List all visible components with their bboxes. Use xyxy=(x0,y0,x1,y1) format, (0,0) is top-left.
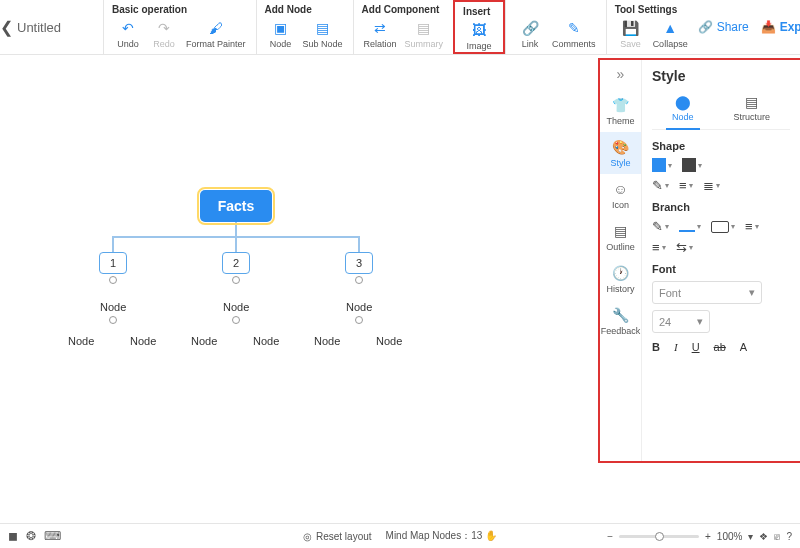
mm-line xyxy=(112,236,114,252)
mm-leaf[interactable]: Node xyxy=(253,335,279,347)
pen-icon: ✎ xyxy=(652,219,663,234)
mm-toggle[interactable] xyxy=(355,316,363,324)
mm-root-node[interactable]: Facts xyxy=(200,190,272,222)
collapse-icon: ▲ xyxy=(661,19,679,37)
share-button[interactable]: 🔗Share xyxy=(698,20,749,34)
bold-button[interactable]: B xyxy=(652,341,660,353)
summary-icon: ▤ xyxy=(415,19,433,37)
line-icon xyxy=(679,230,695,232)
hand-icon[interactable]: ✋ xyxy=(485,530,497,541)
zoom-out-button[interactable]: − xyxy=(607,531,613,542)
panel-tab-icon[interactable]: ☺Icon xyxy=(600,174,641,216)
align-icon: ≡ xyxy=(679,178,687,193)
shape-fill-select[interactable]: ▾ xyxy=(652,158,672,172)
subtab-node[interactable]: ⬤Node xyxy=(666,92,700,130)
link-icon: 🔗 xyxy=(521,19,539,37)
view-icon-3[interactable]: ⌨ xyxy=(44,529,61,543)
font-family-select[interactable]: Font▾ xyxy=(652,281,762,304)
mm-child-2[interactable]: 2 xyxy=(222,252,250,274)
panel-title: Style xyxy=(652,68,790,84)
insert-link-button[interactable]: 🔗Link xyxy=(512,17,548,51)
mm-node[interactable]: Node xyxy=(223,301,249,313)
align-icon: ≣ xyxy=(703,178,714,193)
branch-shape-select[interactable]: ▾ xyxy=(711,221,735,233)
status-bar: ◼ ❂ ⌨ ◎Reset layout Mind Map Nodes：13 ✋ … xyxy=(0,523,800,548)
mm-leaf[interactable]: Node xyxy=(314,335,340,347)
zoom-thumb[interactable] xyxy=(655,532,664,541)
branch-opt1[interactable]: ≡▾ xyxy=(652,240,666,255)
panel-sidebar: » 👕Theme 🎨Style ☺Icon ▤Outline 🕐History … xyxy=(600,60,642,461)
target-icon: ◎ xyxy=(303,531,312,542)
strike-button[interactable]: ab xyxy=(714,341,726,353)
relation-button[interactable]: ⇄Relation xyxy=(360,17,401,51)
mm-leaf[interactable]: Node xyxy=(376,335,402,347)
branch-line-select[interactable]: ▾ xyxy=(679,222,701,231)
shape-align2-select[interactable]: ≣▾ xyxy=(703,178,720,193)
relation-icon: ⇄ xyxy=(371,19,389,37)
zoom-slider[interactable] xyxy=(619,535,699,538)
mm-toggle[interactable] xyxy=(232,276,240,284)
undo-button[interactable]: ↶Undo xyxy=(110,17,146,51)
mm-toggle[interactable] xyxy=(109,276,117,284)
node-tab-icon: ⬤ xyxy=(675,94,691,110)
underline-button[interactable]: U xyxy=(692,341,700,353)
italic-button[interactable]: I xyxy=(674,341,678,353)
add-node-button[interactable]: ▣Node xyxy=(263,17,299,51)
mm-child-3[interactable]: 3 xyxy=(345,252,373,274)
help-icon[interactable]: ? xyxy=(786,531,792,542)
zoom-menu[interactable]: ▾ xyxy=(748,531,753,542)
font-color-button[interactable]: A xyxy=(740,341,747,353)
collapse-button[interactable]: ▲Collapse xyxy=(649,17,692,51)
mm-line xyxy=(358,236,360,252)
font-size-select[interactable]: 24▾ xyxy=(652,310,710,333)
panel-main: Style ⬤Node ▤Structure Shape ▾ ▾ ✎▾ ≡▾ ≣… xyxy=(642,60,800,461)
mm-toggle[interactable] xyxy=(355,276,363,284)
subtab-structure[interactable]: ▤Structure xyxy=(727,92,776,129)
insert-comments-button[interactable]: ✎Comments xyxy=(548,17,600,51)
group-insert-rest: 🔗Link ✎Comments xyxy=(505,0,606,54)
pen-icon: ✎ xyxy=(652,178,663,193)
mm-toggle[interactable] xyxy=(109,316,117,324)
mm-child-1[interactable]: 1 xyxy=(99,252,127,274)
group-tool-settings: Tool Settings 💾Save ▲Collapse xyxy=(606,0,698,54)
fill-icon xyxy=(652,158,666,172)
mm-leaf[interactable]: Node xyxy=(68,335,94,347)
back-button[interactable]: ❮ xyxy=(0,0,13,54)
summary-button[interactable]: ▤Summary xyxy=(401,17,448,51)
format-painter-button[interactable]: 🖌Format Painter xyxy=(182,17,250,51)
view-icon-1[interactable]: ◼ xyxy=(8,529,18,543)
panel-tab-feedback[interactable]: 🔧Feedback xyxy=(600,300,641,342)
shape-line-select[interactable]: ✎▾ xyxy=(652,178,669,193)
redo-button[interactable]: ↷Redo xyxy=(146,17,182,51)
insert-image-button[interactable]: 🖼Image xyxy=(461,19,497,53)
shape-align-select[interactable]: ≡▾ xyxy=(679,178,693,193)
mm-leaf[interactable]: Node xyxy=(191,335,217,347)
group-add-component: Add Component ⇄Relation ▤Summary xyxy=(353,0,454,54)
branch-color-select[interactable]: ✎▾ xyxy=(652,219,669,234)
view-icon-2[interactable]: ❂ xyxy=(26,529,36,543)
panel-tab-outline[interactable]: ▤Outline xyxy=(600,216,641,258)
reset-layout-button[interactable]: ◎Reset layout xyxy=(303,531,372,542)
branch-opt2[interactable]: ⇆▾ xyxy=(676,240,693,255)
group-add-node: Add Node ▣Node ▤Sub Node xyxy=(256,0,353,54)
export-button[interactable]: 📥Export xyxy=(761,20,800,34)
align-icon: ≡ xyxy=(652,240,660,255)
mm-toggle[interactable] xyxy=(232,316,240,324)
zoom-in-button[interactable]: + xyxy=(705,531,711,542)
mm-leaf[interactable]: Node xyxy=(130,335,156,347)
add-subnode-button[interactable]: ▤Sub Node xyxy=(299,17,347,51)
branch-align-select[interactable]: ≡▾ xyxy=(745,219,759,234)
save-button[interactable]: 💾Save xyxy=(613,17,649,51)
shape-fill2-select[interactable]: ▾ xyxy=(682,158,702,172)
panel-collapse-button[interactable]: » xyxy=(617,66,625,90)
fill-icon xyxy=(682,158,696,172)
panel-tab-history[interactable]: 🕐History xyxy=(600,258,641,300)
mm-node[interactable]: Node xyxy=(346,301,372,313)
document-title[interactable]: Untitled xyxy=(13,0,103,54)
fit-icon[interactable]: ❖ xyxy=(759,531,768,542)
export-icon: 📥 xyxy=(761,20,776,34)
panel-tab-style[interactable]: 🎨Style xyxy=(600,132,641,174)
panel-tab-theme[interactable]: 👕Theme xyxy=(600,90,641,132)
mm-node[interactable]: Node xyxy=(100,301,126,313)
fullscreen-icon[interactable]: ⎚ xyxy=(774,531,780,542)
